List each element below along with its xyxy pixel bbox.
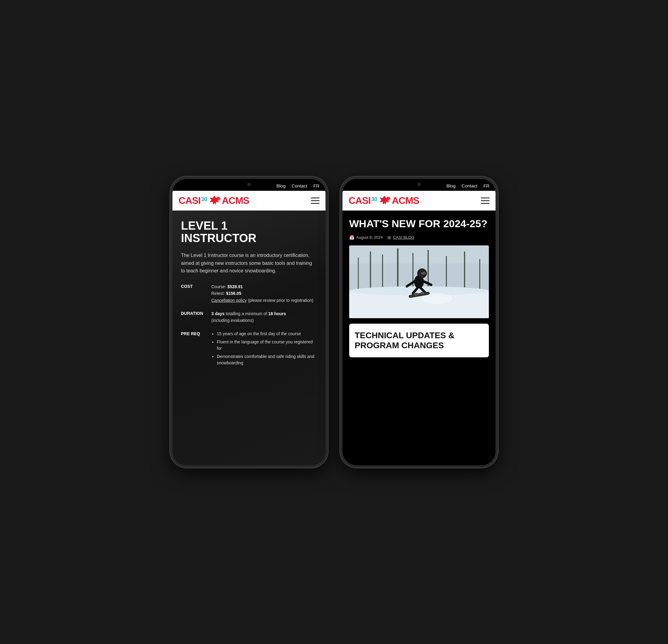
blog-category[interactable]: ⊞ CASI BLOG [388, 235, 414, 240]
logo-acms-text-left: ACMS [222, 195, 249, 206]
nav-contact-right[interactable]: Contact [461, 183, 477, 188]
blog-date: 📅 August 8, 2024 [349, 235, 383, 240]
blog-featured-image [349, 246, 489, 318]
card-section-title: TECHNICAL UPDATES & PROGRAM CHANGES [355, 330, 483, 351]
prereq-list: 15 years of age on the first day of the … [211, 331, 317, 366]
duration-note: (including evaluations) [211, 318, 254, 323]
hamburger-menu-right[interactable] [481, 198, 489, 204]
cost-course-amount: $528.91 [227, 284, 243, 289]
duration-value: 3 days totalling a minimum of 18 hours (… [211, 310, 317, 324]
phone2-main-content: WHAT'S NEW FOR 2024-25? 📅 August 8, 2024… [343, 210, 496, 365]
phone-screen-left: Blog Contact FR CASI 30 ACMS [172, 179, 325, 465]
logo-left[interactable]: CASI 30 ACMS [179, 195, 249, 206]
logo-30-right: 30 [371, 196, 377, 203]
nav-fr-right[interactable]: FR [483, 183, 489, 188]
duration-hours: 18 hours [269, 311, 286, 316]
page-title-left: LEVEL 1 INSTRUCTOR [181, 220, 317, 245]
cost-value: Course: $528.91 Retest: $156.05 Cancella… [211, 283, 317, 304]
info-table-left: COST Course: $528.91 Retest: $156.05 Can… [181, 283, 317, 368]
cost-retest-label: Retest: [211, 291, 225, 296]
calendar-icon: 📅 [349, 235, 354, 240]
casi-blog-link[interactable]: CASI BLOG [393, 235, 414, 240]
prereq-row: PRE REQ 15 years of age on the first day… [181, 331, 317, 368]
duration-text: totalling a minimum of [226, 311, 267, 316]
phone-frame-right: Blog Contact FR CASI 30 ACMS [340, 176, 498, 468]
phone-frame-left: Blog Contact FR CASI 30 ACMS [170, 176, 328, 468]
top-nav-right: Blog Contact FR [343, 179, 496, 191]
nav-contact-left[interactable]: Contact [291, 183, 307, 188]
page-content-left: LEVEL 1 INSTRUCTOR The Level 1 Instructo… [172, 210, 325, 465]
logo-acms-text-right: ACMS [392, 195, 419, 206]
blog-meta: 📅 August 8, 2024 ⊞ CASI BLOG [349, 235, 489, 240]
phone1-background: LEVEL 1 INSTRUCTOR The Level 1 Instructo… [172, 210, 325, 465]
logo-icon-left [208, 195, 221, 206]
logo-casi-text-left: CASI [179, 195, 200, 206]
blog-card-section: TECHNICAL UPDATES & PROGRAM CHANGES [349, 324, 489, 357]
prereq-label: PRE REQ [181, 331, 211, 336]
logo-30-left: 30 [201, 196, 207, 203]
cost-retest-amount: $156.05 [226, 291, 241, 296]
phone1-main-content: LEVEL 1 INSTRUCTOR The Level 1 Instructo… [172, 210, 325, 384]
hamburger-menu-left[interactable] [311, 198, 319, 204]
phones-container: Blog Contact FR CASI 30 ACMS [170, 176, 498, 468]
prereq-item-3: Demonstrates comfortable and safe riding… [217, 354, 317, 366]
blog-page-title: WHAT'S NEW FOR 2024-25? [349, 218, 489, 230]
prereq-value: 15 years of age on the first day of the … [211, 331, 317, 368]
site-header-right: CASI 30 ACMS [343, 191, 496, 210]
site-header-left: CASI 30 ACMS [172, 191, 325, 210]
grid-icon: ⊞ [388, 235, 391, 240]
cancellation-policy-link[interactable]: Cancellation policy [211, 298, 247, 303]
cost-course-label: Course: [211, 284, 226, 289]
nav-blog-right[interactable]: Blog [446, 183, 455, 188]
cost-row: COST Course: $528.91 Retest: $156.05 Can… [181, 283, 317, 304]
logo-casi-text-right: CASI [349, 195, 370, 206]
svg-point-16 [421, 272, 426, 275]
phone2-background: WHAT'S NEW FOR 2024-25? 📅 August 8, 2024… [343, 210, 496, 465]
snowboard-scene-svg [349, 246, 489, 318]
duration-label: DURATION [181, 310, 211, 316]
duration-row: DURATION 3 days totalling a minimum of 1… [181, 310, 317, 324]
top-nav-left: Blog Contact FR [172, 179, 325, 191]
logo-right[interactable]: CASI 30 ACMS [349, 195, 419, 206]
phone-screen-right: Blog Contact FR CASI 30 ACMS [343, 179, 496, 465]
nav-blog-left[interactable]: Blog [276, 183, 285, 188]
duration-days: 3 days [211, 311, 225, 316]
cost-label: COST [181, 283, 211, 289]
cost-policy-note: (please review prior to registration) [248, 298, 314, 303]
nav-fr-left[interactable]: FR [313, 183, 319, 188]
blog-date-value: August 8, 2024 [356, 235, 383, 240]
prereq-item-1: 15 years of age on the first day of the … [217, 331, 317, 337]
page-content-right: WHAT'S NEW FOR 2024-25? 📅 August 8, 2024… [343, 210, 496, 465]
page-description-left: The Level 1 Instructor course is an intr… [181, 251, 317, 275]
prereq-item-2: Fluent in the language of the course you… [217, 339, 317, 351]
logo-icon-right [378, 195, 391, 206]
